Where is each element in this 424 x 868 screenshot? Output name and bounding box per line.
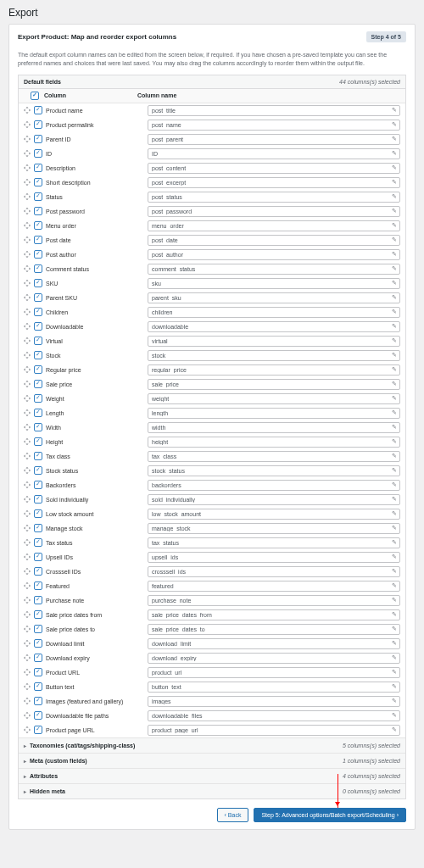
edit-icon[interactable]: ✎ [392, 323, 397, 330]
drag-handle-icon[interactable] [24, 582, 31, 589]
edit-icon[interactable]: ✎ [392, 265, 397, 272]
row-checkbox[interactable] [34, 697, 42, 705]
column-name-input[interactable] [148, 350, 400, 361]
drag-handle-icon[interactable] [24, 712, 31, 719]
drag-handle-icon[interactable] [24, 395, 31, 402]
drag-handle-icon[interactable] [24, 121, 31, 128]
column-name-input[interactable] [148, 710, 400, 721]
row-checkbox[interactable] [34, 322, 42, 331]
row-checkbox[interactable] [34, 481, 42, 489]
drag-handle-icon[interactable] [24, 323, 31, 330]
edit-icon[interactable]: ✎ [392, 669, 397, 676]
column-name-input[interactable] [148, 523, 400, 534]
drag-handle-icon[interactable] [24, 539, 31, 546]
row-checkbox[interactable] [34, 365, 42, 374]
column-name-input[interactable] [148, 235, 400, 246]
select-all-checkbox[interactable] [31, 92, 39, 100]
drag-handle-icon[interactable] [24, 438, 31, 445]
column-name-input[interactable] [148, 278, 400, 289]
column-name-input[interactable] [148, 465, 400, 476]
edit-icon[interactable]: ✎ [392, 193, 397, 200]
column-name-input[interactable] [148, 177, 400, 188]
edit-icon[interactable]: ✎ [392, 164, 397, 171]
drag-handle-icon[interactable] [24, 568, 31, 575]
edit-icon[interactable]: ✎ [392, 179, 397, 186]
row-checkbox[interactable] [34, 682, 42, 691]
drag-handle-icon[interactable] [24, 265, 31, 272]
edit-icon[interactable]: ✎ [392, 409, 397, 416]
drag-handle-icon[interactable] [24, 179, 31, 186]
edit-icon[interactable]: ✎ [392, 150, 397, 157]
drag-handle-icon[interactable] [24, 136, 31, 142]
row-checkbox[interactable] [34, 639, 42, 648]
drag-handle-icon[interactable] [24, 597, 31, 604]
drag-handle-icon[interactable] [24, 222, 31, 229]
column-name-input[interactable] [148, 451, 400, 462]
edit-icon[interactable]: ✎ [392, 554, 397, 560]
drag-handle-icon[interactable] [24, 164, 31, 171]
column-name-input[interactable] [148, 120, 400, 131]
column-name-input[interactable] [148, 638, 400, 649]
row-checkbox[interactable] [34, 437, 42, 446]
row-checkbox[interactable] [34, 236, 42, 244]
edit-icon[interactable]: ✎ [392, 640, 397, 647]
edit-icon[interactable]: ✎ [392, 438, 397, 445]
edit-icon[interactable]: ✎ [392, 568, 397, 575]
column-name-input[interactable] [148, 422, 400, 433]
edit-icon[interactable]: ✎ [392, 337, 397, 344]
column-name-input[interactable] [148, 336, 400, 347]
row-checkbox[interactable] [34, 711, 42, 720]
row-checkbox[interactable] [34, 409, 42, 417]
row-checkbox[interactable] [34, 250, 42, 259]
drag-handle-icon[interactable] [24, 698, 31, 704]
drag-handle-icon[interactable] [24, 726, 31, 733]
edit-icon[interactable]: ✎ [392, 366, 397, 373]
row-checkbox[interactable] [34, 164, 42, 172]
drag-handle-icon[interactable] [24, 280, 31, 287]
drag-handle-icon[interactable] [24, 611, 31, 618]
row-checkbox[interactable] [34, 394, 42, 403]
accordion-section[interactable]: ▸Taxonomies (cat/tags/shipping-class)5 c… [19, 737, 405, 753]
drag-handle-icon[interactable] [24, 424, 31, 431]
column-name-input[interactable] [148, 696, 400, 707]
row-checkbox[interactable] [34, 120, 42, 129]
drag-handle-icon[interactable] [24, 453, 31, 459]
edit-icon[interactable]: ✎ [392, 309, 397, 315]
row-checkbox[interactable] [34, 308, 42, 316]
drag-handle-icon[interactable] [24, 554, 31, 560]
row-checkbox[interactable] [34, 625, 42, 633]
edit-icon[interactable]: ✎ [392, 597, 397, 604]
row-checkbox[interactable] [34, 337, 42, 345]
row-checkbox[interactable] [34, 423, 42, 431]
drag-handle-icon[interactable] [24, 683, 31, 690]
column-name-input[interactable] [148, 408, 400, 419]
drag-handle-icon[interactable] [24, 294, 31, 301]
row-checkbox[interactable] [34, 654, 42, 662]
accordion-section[interactable]: ▸Attributes4 columns(s) selected [19, 768, 405, 783]
column-name-input[interactable] [148, 581, 400, 592]
column-name-input[interactable] [148, 264, 400, 275]
row-checkbox[interactable] [34, 726, 42, 734]
drag-handle-icon[interactable] [24, 352, 31, 359]
row-checkbox[interactable] [34, 380, 42, 388]
edit-icon[interactable]: ✎ [392, 424, 397, 431]
column-name-input[interactable] [148, 292, 400, 303]
row-checkbox[interactable] [34, 524, 42, 532]
edit-icon[interactable]: ✎ [392, 539, 397, 546]
edit-icon[interactable]: ✎ [392, 496, 397, 503]
row-checkbox[interactable] [34, 538, 42, 547]
column-name-input[interactable] [148, 379, 400, 390]
edit-icon[interactable]: ✎ [392, 121, 397, 128]
row-checkbox[interactable] [34, 610, 42, 619]
column-name-input[interactable] [148, 134, 400, 145]
row-checkbox[interactable] [34, 207, 42, 215]
drag-handle-icon[interactable] [24, 510, 31, 517]
row-checkbox[interactable] [34, 668, 42, 676]
edit-icon[interactable]: ✎ [392, 626, 397, 632]
edit-icon[interactable]: ✎ [392, 683, 397, 690]
column-name-input[interactable] [148, 192, 400, 203]
drag-handle-icon[interactable] [24, 525, 31, 531]
row-checkbox[interactable] [34, 452, 42, 460]
column-name-input[interactable] [148, 307, 400, 318]
drag-handle-icon[interactable] [24, 669, 31, 676]
